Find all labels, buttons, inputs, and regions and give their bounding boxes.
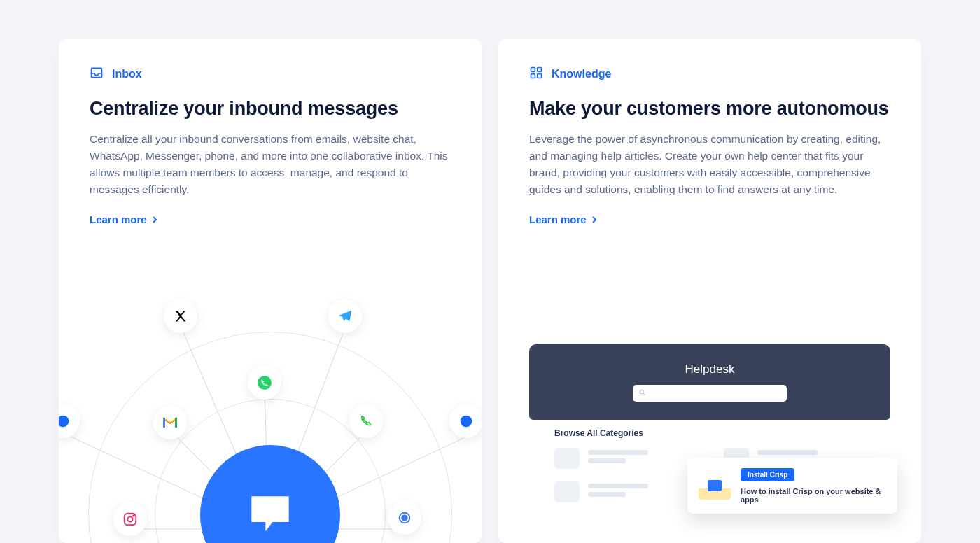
article-thumb-icon [699, 472, 731, 500]
inbox-illustration [59, 284, 482, 543]
phone-icon [349, 404, 383, 438]
article-popup: Install Crisp How to install Crisp on yo… [687, 458, 897, 514]
telegram-icon [328, 299, 362, 333]
browse-categories-label: Browse All Categories [529, 428, 890, 438]
helpdesk-header: Helpdesk [529, 344, 890, 420]
gmail-icon [153, 406, 187, 439]
instagram-icon [113, 502, 147, 536]
inbox-card: Inbox Centralize your inbound messages C… [59, 39, 482, 543]
knowledge-illustration: Helpdesk Browse All Categories [529, 344, 890, 543]
svg-point-15 [133, 515, 134, 516]
knowledge-heading: Make your customers more autonomous [529, 98, 890, 120]
knowledge-icon [529, 66, 543, 83]
svg-point-10 [258, 376, 272, 390]
inbox-tag-label: Inbox [112, 68, 142, 80]
knowledge-description: Leverage the power of asynchronous commu… [529, 131, 890, 198]
category-item [554, 448, 696, 469]
inbox-description: Centralize all your inbound conversation… [90, 131, 451, 198]
svg-point-17 [402, 515, 407, 520]
helpdesk-search [633, 385, 787, 402]
category-item [554, 481, 696, 502]
whatsapp-icon [248, 366, 281, 400]
svg-point-18 [59, 416, 69, 428]
knowledge-tag: Knowledge [529, 66, 890, 83]
svg-rect-20 [531, 68, 536, 72]
inbox-learn-more-link[interactable]: Learn more [90, 213, 158, 225]
inbox-icon [90, 66, 104, 83]
article-title: How to install Crisp on your website & a… [741, 487, 886, 504]
knowledge-tag-label: Knowledge [552, 68, 611, 80]
chevron-right-icon [151, 213, 158, 225]
messenger-right-icon [449, 404, 482, 438]
svg-rect-12 [175, 418, 177, 428]
inbox-learn-label: Learn more [90, 213, 147, 225]
svg-rect-11 [163, 418, 165, 428]
x-icon [164, 299, 197, 333]
svg-rect-22 [531, 74, 536, 78]
knowledge-card: Knowledge Make your customers more auton… [498, 39, 921, 543]
chevron-right-icon [591, 213, 598, 225]
search-icon [638, 386, 647, 400]
signal-icon [388, 501, 421, 535]
helpdesk-title: Helpdesk [685, 362, 735, 376]
knowledge-learn-label: Learn more [529, 213, 587, 225]
install-crisp-chip: Install Crisp [741, 468, 794, 481]
svg-rect-23 [538, 74, 542, 78]
inbox-heading: Centralize your inbound messages [90, 98, 451, 120]
svg-point-24 [640, 390, 644, 394]
svg-point-19 [461, 416, 472, 428]
inbox-tag: Inbox [90, 66, 451, 83]
knowledge-learn-more-link[interactable]: Learn more [529, 213, 598, 225]
svg-point-14 [127, 516, 132, 521]
svg-rect-21 [538, 68, 542, 72]
